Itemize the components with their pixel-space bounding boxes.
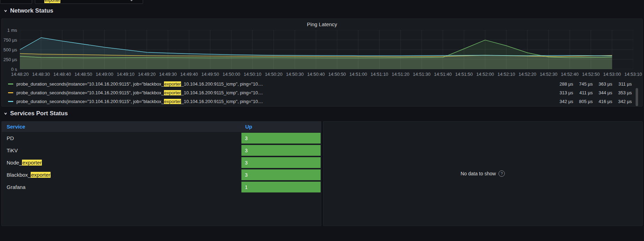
- legend-value-min: 288 µs: [554, 81, 573, 87]
- status-bar: 3: [241, 169, 321, 180]
- x-axis-tick: 14:48:30: [32, 72, 50, 77]
- up-cell: 1: [241, 181, 321, 193]
- collapse-chevron-icon: [3, 9, 8, 13]
- y-axis: 1 ms 750 µs 500 µs 250 µs 0 s: [4, 30, 20, 69]
- table-header-row: Service Up: [2, 122, 321, 132]
- service-name: Node_exporter: [2, 160, 241, 166]
- table-row: Blackbox_exporter 3: [2, 169, 321, 181]
- table-row: TiKV 3: [2, 144, 321, 156]
- up-cell: 3: [241, 132, 321, 144]
- series-name[interactable]: probe_duration_seconds{instance="10.104.…: [16, 99, 554, 104]
- x-axis-tick: 14:52:20: [519, 72, 537, 77]
- table-row: PD 3: [2, 132, 321, 144]
- x-axis-tick: 14:51:40: [434, 72, 452, 77]
- column-header-service[interactable]: Service: [2, 122, 241, 132]
- section-network-status[interactable]: Network Status: [0, 4, 644, 17]
- legend-scrollbar-thumb[interactable]: [636, 88, 638, 106]
- up-cell: 3: [241, 169, 321, 181]
- x-axis-tick: 14:52:40: [561, 72, 579, 77]
- up-cell: 3: [241, 144, 321, 156]
- topbar-search-dropdown-fragment[interactable]: exporter: [35, 0, 143, 4]
- x-axis-tick: 14:52:30: [540, 72, 557, 77]
- collapse-chevron-icon: [3, 111, 8, 116]
- x-axis-tick: 14:53:10: [624, 72, 642, 77]
- x-axis-tick: 14:50:50: [328, 72, 346, 77]
- status-bar: 3: [241, 133, 321, 144]
- column-header-up[interactable]: Up: [241, 122, 321, 132]
- panel-title[interactable]: Ping Latency: [2, 19, 642, 28]
- table-row: Grafana 1: [2, 181, 321, 193]
- help-icon[interactable]: ?: [499, 170, 505, 177]
- no-data-text: No data to show: [460, 171, 496, 176]
- x-axis-tick: 14:48:50: [75, 72, 92, 77]
- y-axis-tick: 1 ms: [7, 28, 17, 33]
- topbar-cutoff-strip: exporter: [0, 0, 644, 4]
- x-axis-tick: 14:49:30: [159, 72, 177, 77]
- legend-item[interactable]: probe_duration_seconds{instance="10.104.…: [8, 97, 632, 106]
- y-axis-tick: 500 µs: [3, 47, 17, 52]
- search-match-highlight: exporter: [44, 0, 60, 3]
- series-color-swatch: [8, 83, 13, 85]
- x-axis-tick: 14:51:30: [413, 72, 430, 77]
- series-color-swatch: [8, 92, 13, 93]
- x-axis-tick: 14:49:50: [201, 72, 219, 77]
- x-axis-tick: 14:50:20: [265, 72, 283, 77]
- service-name: Grafana: [2, 184, 241, 190]
- x-axis-tick: 14:49:00: [96, 72, 113, 77]
- x-axis-tick: 14:50:10: [244, 72, 262, 77]
- ping-latency-chart[interactable]: [20, 30, 633, 69]
- legend-value-max: 805 µs: [573, 99, 593, 104]
- y-axis-tick: 0 s: [11, 67, 17, 72]
- status-bar: 1: [241, 182, 321, 192]
- empty-panel: No data to show ?: [323, 121, 643, 226]
- series-name[interactable]: probe_duration_seconds{instance="10.104.…: [16, 90, 554, 95]
- status-bar: 3: [241, 145, 321, 156]
- search-match-highlight: exporter: [164, 99, 181, 104]
- legend-value-avg: 363 µs: [593, 81, 612, 87]
- section-title: Network Status: [10, 7, 53, 14]
- legend-value-max: 745 µs: [573, 81, 593, 87]
- legend-item[interactable]: probe_duration_seconds{instance="10.104.…: [8, 80, 632, 88]
- x-axis-tick: 14:49:20: [138, 72, 156, 77]
- series-name[interactable]: probe_duration_seconds{instance="10.104.…: [16, 81, 554, 87]
- legend-value-max: 411 µs: [573, 90, 593, 95]
- search-match-highlight: exporter: [31, 172, 51, 178]
- x-axis-tick: 14:50:00: [223, 72, 240, 77]
- legend-value-current: 353 µs: [612, 90, 632, 95]
- service-name: PD: [2, 135, 241, 141]
- service-name: TiKV: [2, 147, 241, 153]
- legend-value-avg: 344 µs: [593, 90, 612, 95]
- x-axis-tick: 14:49:40: [180, 72, 198, 77]
- section-services-port-status[interactable]: Services Port Status: [0, 107, 644, 120]
- x-axis-tick: 14:51:10: [370, 72, 388, 77]
- search-match-highlight: exporter: [164, 81, 181, 87]
- x-axis-tick: 14:48:20: [11, 72, 29, 77]
- legend-value-avg: 416 µs: [593, 99, 612, 104]
- legend-value-min: 342 µs: [554, 99, 573, 104]
- x-axis-tick: 14:51:20: [392, 72, 410, 77]
- services-table-panel: Service Up PD 3 TiKV 3 Node_exporter 3 B…: [1, 121, 321, 226]
- ping-latency-panel: Ping Latency 1 ms 750 µs 500 µs 250 µs 0…: [1, 19, 643, 107]
- chart-legend: probe_duration_seconds{instance="10.104.…: [8, 80, 637, 106]
- legend-item[interactable]: probe_duration_seconds{instance="10.104.…: [8, 88, 632, 97]
- series-color-swatch: [8, 101, 13, 102]
- chart-region: 1 ms 750 µs 500 µs 250 µs 0 s: [2, 28, 642, 69]
- x-axis-tick: 14:51:00: [350, 72, 367, 77]
- x-axis-tick: 14:50:30: [286, 72, 304, 77]
- x-axis-tick: 14:48:40: [53, 72, 71, 77]
- x-axis-tick: 14:52:00: [476, 72, 494, 77]
- legend-value-current: 311 µs: [612, 81, 632, 87]
- up-cell: 3: [241, 156, 321, 169]
- status-bar: 3: [241, 157, 321, 168]
- section-title: Services Port Status: [10, 110, 68, 117]
- chevron-down-icon[interactable]: [129, 0, 134, 3]
- y-axis-tick: 250 µs: [3, 57, 17, 62]
- table-row: Node_exporter 3: [2, 156, 321, 169]
- x-axis-tick: 14:50:40: [307, 72, 325, 77]
- service-name: Blackbox_exporter: [2, 172, 241, 178]
- legend-value-min: 313 µs: [554, 90, 573, 95]
- topbar-input-fragment[interactable]: [0, 0, 32, 4]
- x-axis-tick: 14:52:50: [582, 72, 600, 77]
- y-axis-tick: 750 µs: [3, 37, 17, 43]
- legend-value-current: 342 µs: [612, 99, 632, 104]
